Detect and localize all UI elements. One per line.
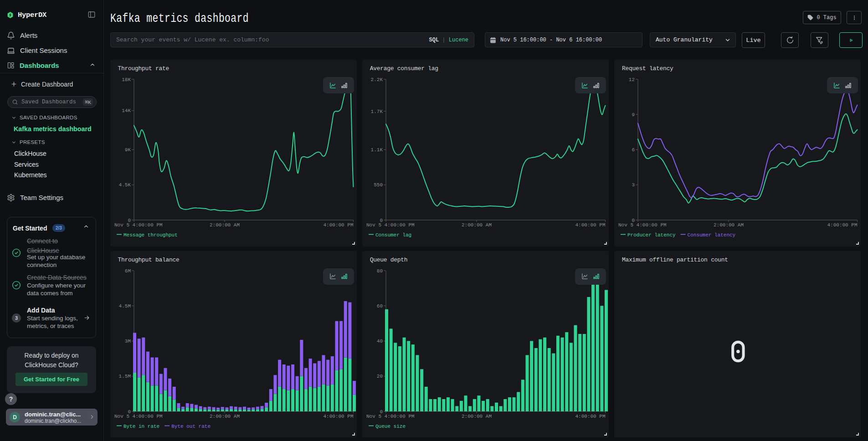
svg-text:14K: 14K [122, 108, 131, 113]
svg-text:1.7K: 1.7K [370, 109, 383, 114]
svg-text:550: 550 [374, 182, 383, 188]
svg-text:4:00:00 PM: 4:00:00 PM [575, 413, 605, 419]
svg-text:1.1K: 1.1K [370, 147, 383, 153]
svg-text:40: 40 [377, 338, 383, 344]
svg-text:1.5M: 1.5M [118, 374, 130, 379]
svg-text:Consumer lag: Consumer lag [375, 232, 411, 238]
svg-text:Consumer latency: Consumer latency [688, 232, 736, 238]
svg-text:9K: 9K [124, 147, 131, 153]
svg-text:3M: 3M [124, 338, 130, 344]
svg-text:4:00:00 PM: 4:00:00 PM [323, 222, 353, 228]
svg-text:6M: 6M [124, 268, 130, 273]
svg-text:2.2K: 2.2K [370, 77, 383, 82]
svg-text:Nov 5 4:00:00 PM: Nov 5 4:00:00 PM [366, 222, 415, 228]
svg-text:Producer latency: Producer latency [627, 232, 676, 238]
svg-text:Nov 5 4:00:00 PM: Nov 5 4:00:00 PM [114, 222, 163, 228]
svg-text:4.5K: 4.5K [118, 182, 131, 188]
svg-text:Byte in rate: Byte in rate [123, 423, 159, 429]
svg-text:80: 80 [377, 268, 383, 273]
svg-text:2:00:00 AM: 2:00:00 AM [462, 413, 492, 419]
svg-text:4:00:00 PM: 4:00:00 PM [323, 413, 353, 419]
svg-text:2:00:00 AM: 2:00:00 AM [714, 222, 744, 228]
svg-text:3: 3 [632, 182, 635, 188]
svg-text:Nov 5 4:00:00 PM: Nov 5 4:00:00 PM [114, 413, 163, 419]
svg-text:12: 12 [629, 77, 635, 82]
svg-text:Byte out rate: Byte out rate [171, 423, 211, 429]
svg-text:Nov 5 4:00:00 PM: Nov 5 4:00:00 PM [366, 413, 415, 419]
svg-text:20: 20 [377, 374, 383, 379]
svg-text:6: 6 [632, 147, 635, 153]
svg-text:2:00:00 AM: 2:00:00 AM [462, 222, 492, 228]
svg-text:18K: 18K [122, 77, 131, 82]
svg-text:Message throughput: Message throughput [123, 232, 178, 238]
svg-text:4.5M: 4.5M [118, 303, 130, 308]
svg-text:60: 60 [377, 303, 383, 308]
svg-text:Nov 5 4:00:00 PM: Nov 5 4:00:00 PM [618, 222, 667, 228]
svg-text:4:00:00 PM: 4:00:00 PM [575, 222, 605, 228]
svg-text:2:00:00 AM: 2:00:00 AM [209, 413, 239, 419]
svg-text:2:00:00 AM: 2:00:00 AM [209, 222, 239, 228]
svg-text:9: 9 [632, 112, 635, 118]
svg-text:4:00:00 PM: 4:00:00 PM [827, 222, 858, 228]
svg-text:Queue size: Queue size [375, 423, 406, 429]
